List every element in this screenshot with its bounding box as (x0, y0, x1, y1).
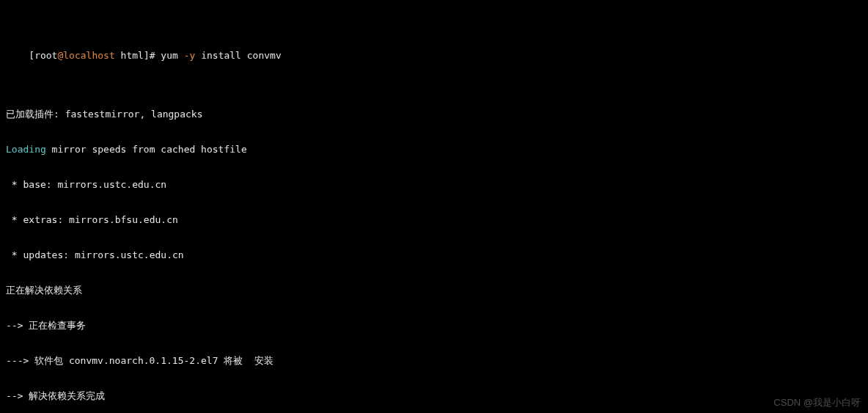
cmd-post: install convmv (195, 50, 281, 61)
deps-done: --> 解决依赖关系完成 (6, 390, 862, 402)
cmd-pre: yum (161, 50, 183, 61)
mirror-updates: * updates: mirrors.ustc.edu.cn (6, 249, 862, 261)
prompt-line: [root@localhost html]# yum -y install co… (6, 38, 862, 73)
plugins-line: 已加载插件: fastestmirror, langpacks (6, 109, 862, 120)
checking-transaction: --> 正在检查事务 (6, 320, 862, 332)
mirror-extras: * extras: mirrors.bfsu.edu.cn (6, 214, 862, 226)
mirror-base: * base: mirrors.ustc.edu.cn (6, 179, 862, 191)
prompt-path: html (115, 50, 144, 61)
cmd-flag: -y (184, 50, 196, 61)
resolving-deps: 正在解决依赖关系 (6, 285, 862, 296)
prompt-user: root (34, 50, 57, 61)
bracket-right: ]# (144, 50, 161, 61)
bracket-left: [ (29, 50, 34, 61)
loading-word: Loading (6, 144, 46, 155)
terminal-output: [root@localhost html]# yum -y install co… (0, 0, 868, 413)
loading-line: Loading mirror speeds from cached hostfi… (6, 144, 862, 156)
prompt-host: localhost (63, 50, 114, 61)
package-will-install: ---> 软件包 convmv.noarch.0.1.15-2.el7 将被 安… (6, 355, 862, 367)
loading-rest: mirror speeds from cached hostfile (46, 144, 247, 155)
